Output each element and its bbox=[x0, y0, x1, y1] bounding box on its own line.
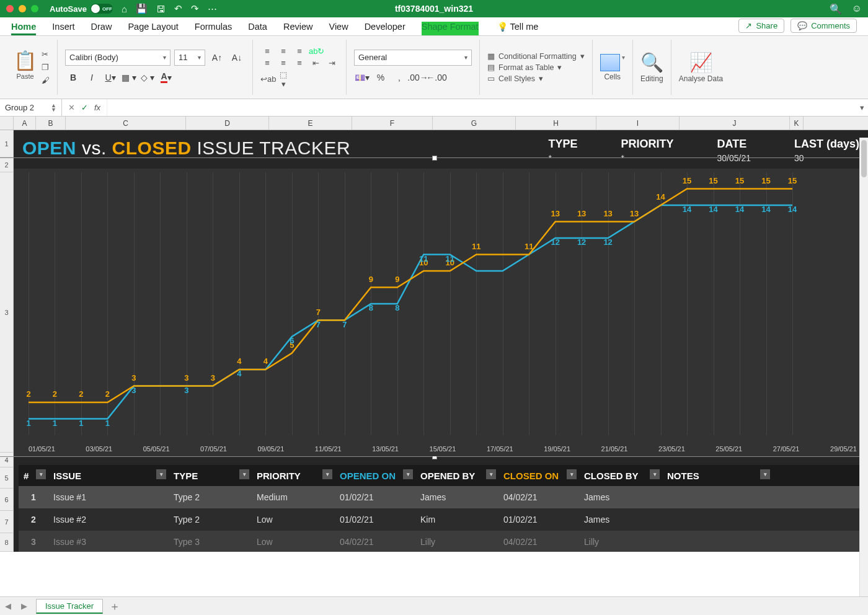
tab-shape-format[interactable]: Shape Format bbox=[422, 22, 479, 35]
indent-dec-icon[interactable]: ⇤ bbox=[309, 58, 322, 68]
table-cell[interactable]: Low bbox=[252, 537, 335, 547]
copy-icon[interactable]: ❐ bbox=[42, 63, 50, 72]
filter-icon[interactable]: ▾ bbox=[239, 469, 249, 479]
share-button[interactable]: ↗Share bbox=[738, 19, 784, 33]
line-chart[interactable]: 01/05/2103/05/2105/05/2107/05/2109/05/21… bbox=[14, 169, 868, 456]
autosave-switch[interactable]: OFF bbox=[91, 4, 113, 14]
table-cell[interactable]: 04/02/21 bbox=[498, 537, 579, 547]
tell-me[interactable]: 💡 Tell me bbox=[495, 22, 539, 35]
font-combo[interactable]: Calibri (Body)▾ bbox=[65, 50, 170, 66]
table-cell[interactable]: Medium bbox=[252, 492, 335, 502]
formula-bar[interactable] bbox=[107, 99, 856, 116]
tab-insert[interactable]: Insert bbox=[52, 22, 74, 35]
th-num[interactable]: #▾ bbox=[19, 471, 48, 481]
tab-page-layout[interactable]: Page Layout bbox=[128, 22, 178, 35]
home-icon[interactable]: ⌂ bbox=[122, 4, 127, 14]
filter-icon[interactable]: ▾ bbox=[156, 469, 166, 479]
row-header[interactable]: 5 bbox=[0, 467, 13, 489]
row-header[interactable]: 7 bbox=[0, 511, 13, 533]
wrap-text-icon[interactable]: ↩ab bbox=[260, 74, 274, 84]
table-cell[interactable]: Low bbox=[252, 515, 335, 524]
table-row[interactable]: 2Issue #2Type 2Low01/02/21Kim01/02/21Jam… bbox=[19, 508, 862, 531]
format-as-table-button[interactable]: ▤Format as Table ▾ bbox=[487, 63, 585, 72]
paste-button[interactable]: 📋 Paste bbox=[14, 50, 37, 80]
orientation-icon[interactable]: ab↻ bbox=[309, 46, 322, 56]
row-header[interactable]: 6 bbox=[0, 489, 13, 511]
th-type[interactable]: TYPE▾ bbox=[169, 471, 252, 481]
row-header[interactable]: 3 bbox=[0, 172, 13, 453]
col-header[interactable]: G bbox=[433, 117, 516, 130]
currency-icon[interactable]: 💷▾ bbox=[354, 69, 370, 86]
tab-view[interactable]: View bbox=[329, 22, 348, 35]
comma-icon[interactable]: , bbox=[391, 69, 407, 86]
table-cell[interactable]: James bbox=[579, 492, 662, 502]
name-box[interactable]: Group 2▲▼ bbox=[0, 99, 62, 116]
table-cell[interactable]: Issue #1 bbox=[48, 492, 169, 502]
col-header[interactable]: K bbox=[790, 117, 804, 130]
col-header[interactable]: D bbox=[186, 117, 269, 130]
th-notes[interactable]: NOTES▾ bbox=[662, 471, 773, 481]
decrease-font-icon[interactable]: A↓ bbox=[229, 50, 245, 66]
align-right-icon[interactable]: ≡ bbox=[293, 58, 306, 68]
select-all-corner[interactable] bbox=[0, 117, 14, 130]
table-cell[interactable]: Type 2 bbox=[169, 492, 252, 502]
increase-decimal-icon[interactable]: .00→ bbox=[410, 69, 426, 86]
table-cell[interactable]: 04/02/21 bbox=[335, 537, 415, 547]
table-cell[interactable]: 1 bbox=[19, 492, 48, 502]
row-header[interactable]: 1 bbox=[0, 130, 13, 157]
account-icon[interactable]: ☺ bbox=[852, 3, 862, 15]
table-cell[interactable]: 01/02/21 bbox=[335, 492, 415, 502]
table-cell[interactable]: Lilly bbox=[415, 537, 498, 547]
underline-button[interactable]: U ▾ bbox=[102, 69, 118, 86]
increase-font-icon[interactable]: A↑ bbox=[209, 50, 225, 66]
table-cell[interactable]: 04/02/21 bbox=[498, 492, 579, 502]
enter-icon[interactable]: ✓ bbox=[81, 103, 88, 112]
table-cell[interactable]: Kim bbox=[415, 515, 498, 524]
sheet-tab[interactable]: Issue Tracker bbox=[36, 599, 103, 614]
percent-icon[interactable]: % bbox=[373, 69, 389, 86]
borders-button[interactable]: ▦ ▾ bbox=[121, 69, 137, 86]
col-header[interactable]: J bbox=[680, 117, 790, 130]
cancel-icon[interactable]: ✕ bbox=[68, 103, 75, 112]
table-cell[interactable]: Issue #2 bbox=[48, 515, 169, 524]
save-icon[interactable]: 💾 bbox=[136, 3, 148, 14]
table-cell[interactable]: Issue #3 bbox=[48, 537, 169, 547]
conditional-formatting-button[interactable]: ▦Conditional Formatting ▾ bbox=[487, 51, 585, 61]
th-priority[interactable]: PRIORITY▾ bbox=[252, 471, 335, 481]
decrease-decimal-icon[interactable]: ←.00 bbox=[428, 69, 445, 86]
tab-developer[interactable]: Developer bbox=[365, 22, 405, 35]
cells-button[interactable]: ▾ Cells bbox=[600, 54, 625, 81]
fill-color-button[interactable]: ◇ ▾ bbox=[140, 69, 156, 86]
tab-data[interactable]: Data bbox=[248, 22, 267, 35]
align-left-icon[interactable]: ≡ bbox=[260, 58, 274, 68]
table-row[interactable]: 1Issue #1Type 2Medium01/02/21James04/02/… bbox=[19, 486, 862, 508]
table-cell[interactable]: 01/02/21 bbox=[335, 515, 415, 524]
merge-icon[interactable]: ⬚ ▾ bbox=[277, 70, 290, 89]
align-center-icon[interactable]: ≡ bbox=[277, 58, 290, 68]
font-size-combo[interactable]: 11▾ bbox=[174, 50, 205, 66]
th-closed-by[interactable]: CLOSED BY▾ bbox=[579, 471, 662, 481]
row-header[interactable]: 8 bbox=[0, 533, 13, 552]
format-painter-icon[interactable]: 🖌 bbox=[42, 76, 50, 85]
vertical-scrollbar[interactable] bbox=[859, 138, 868, 596]
italic-button[interactable]: I bbox=[84, 69, 100, 86]
autosave-toggle[interactable]: AutoSave OFF bbox=[50, 4, 113, 14]
number-format-combo[interactable]: General▾ bbox=[354, 50, 472, 66]
tab-formulas[interactable]: Formulas bbox=[195, 22, 232, 35]
col-header[interactable]: F bbox=[352, 117, 433, 130]
undo-icon[interactable]: ↶ bbox=[174, 3, 182, 14]
filter-icon[interactable]: ▾ bbox=[760, 469, 770, 479]
th-closed-on[interactable]: CLOSED ON▾ bbox=[498, 471, 579, 481]
tab-draw[interactable]: Draw bbox=[91, 22, 112, 35]
font-color-button[interactable]: A ▾ bbox=[158, 69, 174, 86]
bold-button[interactable]: B bbox=[65, 69, 81, 86]
cut-icon[interactable]: ✂ bbox=[42, 50, 50, 59]
indent-inc-icon[interactable]: ⇥ bbox=[325, 58, 339, 68]
filter-icon[interactable]: ▾ bbox=[567, 469, 577, 479]
sheet-nav-next-icon[interactable]: ▶ bbox=[16, 601, 32, 611]
th-issue[interactable]: ISSUE▾ bbox=[48, 471, 169, 481]
col-header[interactable]: I bbox=[596, 117, 680, 130]
table-cell[interactable]: Lilly bbox=[579, 537, 662, 547]
row-header[interactable]: 4 bbox=[0, 453, 13, 467]
row-header[interactable]: 2 bbox=[0, 157, 13, 172]
